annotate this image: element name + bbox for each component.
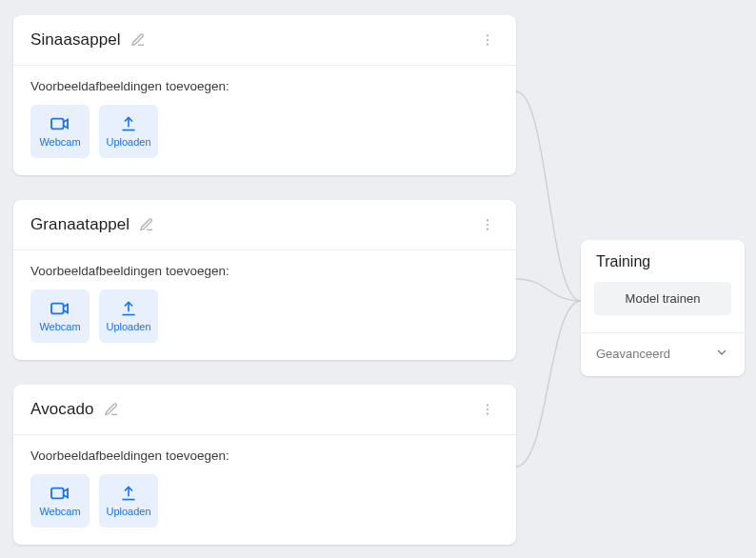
webcam-button-label: Webcam <box>39 506 80 517</box>
camera-icon <box>50 485 70 502</box>
upload-button-label: Uploaden <box>106 136 150 148</box>
svg-point-1 <box>487 39 488 41</box>
upload-icon <box>119 115 138 132</box>
webcam-button-label: Webcam <box>39 321 80 332</box>
upload-icon <box>119 300 138 317</box>
advanced-toggle[interactable]: Geavanceerd <box>581 333 745 376</box>
advanced-label: Geavanceerd <box>596 347 670 361</box>
training-card: Training Model trainen Geavanceerd <box>581 240 745 376</box>
class-body: Voorbeeldafbeeldingen toevoegen: Webcam … <box>13 66 516 175</box>
upload-button-label: Uploaden <box>106 506 150 517</box>
camera-icon <box>50 115 70 132</box>
svg-point-0 <box>487 34 488 36</box>
svg-point-4 <box>487 219 488 221</box>
svg-point-6 <box>487 229 488 230</box>
add-samples-label: Voorbeeldafbeeldingen toevoegen: <box>30 264 499 278</box>
kebab-menu-icon[interactable] <box>476 398 499 421</box>
svg-point-8 <box>487 404 488 406</box>
kebab-menu-icon[interactable] <box>476 213 499 236</box>
upload-button[interactable]: Uploaden <box>99 289 158 343</box>
upload-button[interactable]: Uploaden <box>99 105 158 158</box>
class-card: Sinaasappel Voorbeeldafbeeldingen toevoe… <box>13 15 516 175</box>
upload-button-label: Uploaden <box>106 321 150 332</box>
webcam-button[interactable]: Webcam <box>30 474 90 528</box>
svg-point-2 <box>487 44 488 46</box>
input-buttons: Webcam Uploaden <box>30 474 499 528</box>
webcam-button-label: Webcam <box>39 136 80 148</box>
pencil-icon[interactable] <box>130 32 146 48</box>
class-title: Avocado <box>30 400 94 419</box>
webcam-button[interactable]: Webcam <box>30 289 90 343</box>
training-title: Training <box>581 240 745 276</box>
kebab-menu-icon[interactable] <box>476 29 499 51</box>
input-buttons: Webcam Uploaden <box>30 289 499 343</box>
svg-point-5 <box>487 224 488 226</box>
class-title: Granaatappel <box>30 215 129 234</box>
connector-lines <box>516 15 581 529</box>
class-header: Granaatappel <box>13 200 516 250</box>
pencil-icon[interactable] <box>139 217 154 232</box>
class-card: Avocado Voorbeeldafbeeldingen toevoegen:… <box>13 385 516 545</box>
add-samples-label: Voorbeeldafbeeldingen toevoegen: <box>30 448 499 463</box>
svg-point-9 <box>487 409 488 410</box>
class-body: Voorbeeldafbeeldingen toevoegen: Webcam … <box>13 250 516 360</box>
svg-rect-7 <box>51 304 64 314</box>
upload-icon <box>119 485 138 502</box>
class-body: Voorbeeldafbeeldingen toevoegen: Webcam … <box>13 435 516 545</box>
svg-point-10 <box>487 413 488 415</box>
svg-rect-3 <box>51 119 64 130</box>
class-title: Sinaasappel <box>30 30 121 50</box>
webcam-button[interactable]: Webcam <box>30 105 90 158</box>
add-samples-label: Voorbeeldafbeeldingen toevoegen: <box>30 79 499 93</box>
class-header: Avocado <box>13 385 516 435</box>
pencil-icon[interactable] <box>104 402 119 417</box>
class-column: Sinaasappel Voorbeeldafbeeldingen toevoe… <box>13 15 516 558</box>
train-button-wrap: Model trainen <box>581 276 745 333</box>
svg-rect-11 <box>51 488 64 499</box>
camera-icon <box>50 300 70 317</box>
chevron-down-icon <box>714 345 729 363</box>
class-card: Granaatappel Voorbeeldafbeeldingen toevo… <box>13 200 516 360</box>
class-header: Sinaasappel <box>13 15 516 66</box>
train-model-button[interactable]: Model trainen <box>594 282 731 315</box>
input-buttons: Webcam Uploaden <box>30 105 499 158</box>
upload-button[interactable]: Uploaden <box>99 474 158 528</box>
